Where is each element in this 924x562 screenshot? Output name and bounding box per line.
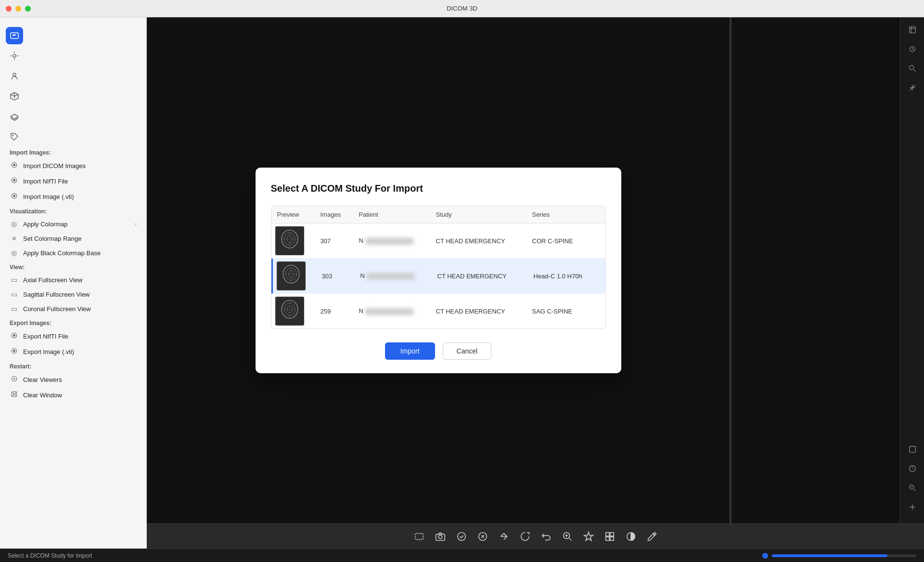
toolbar-undo[interactable] bbox=[537, 527, 556, 546]
table-header: Preview Images Patient Study Series Moda… bbox=[271, 206, 605, 223]
sidebar-icon-cube[interactable] bbox=[6, 88, 23, 105]
table-row[interactable]: 259N CT HEAD EMERGENCYSAG C-SPINECT bbox=[271, 294, 605, 328]
right-panel-icon-6[interactable] bbox=[904, 460, 921, 477]
status-text: Select a DICOM Study for Import bbox=[8, 552, 92, 559]
table-row[interactable]: 307N CT HEAD EMERGENCYCOR C-SPINECT bbox=[271, 223, 605, 259]
sidebar-item-label-coronal-fullscreen: Coronal Fullscreen View bbox=[23, 305, 91, 313]
sidebar-item-label-axial-fullscreen: Axial Fullscreen View bbox=[23, 276, 82, 284]
dialog-overlay: Select A DICOM Study For Import Preview … bbox=[147, 17, 730, 523]
right-icons-top bbox=[904, 21, 921, 342]
svg-point-36 bbox=[909, 65, 913, 70]
import-button[interactable]: Import bbox=[385, 342, 435, 360]
sidebar-icon-person[interactable] bbox=[6, 67, 23, 85]
sidebar-section-label-import_images: Import Images: bbox=[0, 145, 146, 158]
sidebar-item-label-export-nifti: Export NIfTI File bbox=[23, 333, 68, 340]
sidebar-item-import-vti[interactable]: Import Image (.vti) bbox=[0, 189, 146, 204]
sidebar-item-icon-apply-colormap: ◎ bbox=[10, 220, 18, 228]
sidebar-item-label-import-dicom: Import DICOM Images bbox=[23, 162, 86, 170]
sidebar-item-icon-clear-viewers bbox=[10, 375, 18, 384]
sidebar-icon-settings[interactable] bbox=[6, 47, 23, 65]
table-cell-preview-0 bbox=[271, 223, 315, 258]
progress-bar-fill bbox=[772, 554, 887, 557]
sidebar-item-expand-apply-colormap: › bbox=[135, 221, 137, 227]
col-study: Study bbox=[430, 206, 526, 223]
table-cell-patient-0: N bbox=[353, 232, 430, 249]
sidebar-item-label-sagittal-fullscreen: Sagittal Fullscreen View bbox=[23, 291, 90, 298]
right-panel-icon-8[interactable] bbox=[904, 498, 921, 516]
toolbar-move[interactable] bbox=[494, 527, 513, 546]
toolbar-grid[interactable] bbox=[600, 527, 619, 546]
svg-point-42 bbox=[438, 535, 442, 538]
toolbar-star[interactable] bbox=[579, 527, 598, 546]
cancel-button[interactable]: Cancel bbox=[443, 342, 492, 360]
sidebar-section-label-export_images: Export Images: bbox=[0, 316, 146, 328]
viewer-right bbox=[732, 17, 900, 523]
svg-point-9 bbox=[13, 195, 15, 197]
table-cell-images-0: 307 bbox=[315, 233, 353, 249]
table-cell-images-2: 259 bbox=[315, 303, 353, 320]
progress-dot bbox=[762, 553, 768, 559]
sidebar-item-label-import-vti: Import Image (.vti) bbox=[23, 193, 74, 200]
sidebar-item-import-dicom[interactable]: Import DICOM Images bbox=[0, 158, 146, 173]
maximize-button[interactable] bbox=[25, 6, 31, 12]
sidebar: Import Images:Import DICOM ImagesImport … bbox=[0, 17, 147, 549]
right-panel bbox=[900, 17, 924, 523]
sidebar-section-label-view: View: bbox=[0, 260, 146, 273]
toolbar-rotate[interactable] bbox=[515, 527, 535, 546]
sidebar-item-set-colormap-range[interactable]: ≡Set Colormap Range bbox=[0, 231, 146, 246]
svg-rect-46 bbox=[605, 532, 609, 536]
sidebar-item-label-set-colormap-range: Set Colormap Range bbox=[23, 235, 81, 242]
close-button[interactable] bbox=[6, 6, 12, 12]
sidebar-item-icon-clear-window bbox=[10, 391, 18, 399]
sidebar-item-label-apply-colormap: Apply Colormap bbox=[23, 221, 68, 228]
table-row[interactable]: 303N CT HEAD EMERGENCYHead-C 1.0 H70hCT bbox=[271, 259, 605, 294]
table-cell-study-2: CT HEAD EMERGENCY bbox=[430, 303, 526, 320]
progress-bar-container bbox=[772, 554, 916, 557]
sidebar-item-import-nifti[interactable]: Import NIfTI File bbox=[0, 173, 146, 189]
dialog-title: Select A DICOM Study For Import bbox=[271, 183, 606, 194]
window-controls[interactable] bbox=[6, 6, 31, 12]
toolbar-edit[interactable] bbox=[642, 527, 662, 546]
sidebar-item-sagittal-fullscreen[interactable]: ▭Sagittal Fullscreen View bbox=[0, 287, 146, 301]
sidebar-icon-tag[interactable] bbox=[6, 128, 23, 145]
right-icons-bottom bbox=[904, 441, 921, 516]
status-bar: Select a DICOM Study for Import bbox=[0, 549, 924, 562]
right-panel-icon-7[interactable] bbox=[904, 479, 921, 497]
sidebar-item-clear-window[interactable]: Clear Window bbox=[0, 387, 146, 403]
sidebar-item-export-vti[interactable]: Export Image (.vti) bbox=[0, 344, 146, 359]
sidebar-icon-import[interactable] bbox=[6, 27, 23, 44]
sidebar-item-icon-apply-black-colormap: ◎ bbox=[10, 249, 18, 257]
toolbar-contrast[interactable] bbox=[621, 527, 641, 546]
table-cell-series-2: SAG C-SPINE bbox=[526, 303, 603, 320]
toolbar-zoom[interactable] bbox=[558, 527, 577, 546]
right-panel-icon-1[interactable] bbox=[904, 21, 921, 39]
table-body: 307N CT HEAD EMERGENCYCOR C-SPINECT 303N… bbox=[271, 223, 605, 328]
table-cell-modality-2: CT bbox=[603, 303, 605, 320]
table-cell-study-1: CT HEAD EMERGENCY bbox=[432, 268, 528, 285]
right-panel-icon-5[interactable] bbox=[904, 441, 921, 458]
table-cell-modality-1: CT bbox=[605, 268, 605, 285]
toolbar-camera[interactable] bbox=[431, 527, 450, 546]
minimize-button[interactable] bbox=[15, 6, 21, 12]
sidebar-item-export-nifti[interactable]: Export NIfTI File bbox=[0, 328, 146, 344]
toolbar-rect-select[interactable] bbox=[410, 527, 429, 546]
toolbar-close-circle[interactable] bbox=[473, 527, 492, 546]
viewer-left: Select A DICOM Study For Import Preview … bbox=[147, 17, 730, 523]
sidebar-item-coronal-fullscreen[interactable]: ▭Coronal Fullscreen View bbox=[0, 301, 146, 316]
dialog: Select A DICOM Study For Import Preview … bbox=[256, 168, 621, 373]
sidebar-item-apply-black-colormap[interactable]: ◎Apply Black Colormap Base bbox=[0, 246, 146, 260]
right-panel-icon-2[interactable] bbox=[904, 40, 921, 58]
sidebar-item-icon-import-nifti bbox=[10, 177, 18, 185]
table-cell-images-1: 303 bbox=[316, 268, 355, 285]
sidebar-icon-layers[interactable] bbox=[6, 108, 23, 125]
sidebar-item-apply-colormap[interactable]: ◎Apply Colormap› bbox=[0, 217, 146, 231]
right-panel-icon-4[interactable] bbox=[904, 79, 921, 96]
toolbar-check[interactable] bbox=[452, 527, 471, 546]
sidebar-item-clear-viewers[interactable]: Clear Viewers bbox=[0, 372, 146, 387]
sidebar-item-axial-fullscreen[interactable]: ▭Axial Fullscreen View bbox=[0, 273, 146, 287]
sidebar-item-icon-export-vti bbox=[10, 347, 18, 356]
right-panel-icon-3[interactable] bbox=[904, 60, 921, 77]
title-bar: DICOM 3D bbox=[0, 0, 924, 17]
table-cell-preview-2 bbox=[271, 294, 315, 328]
svg-rect-48 bbox=[605, 536, 609, 540]
